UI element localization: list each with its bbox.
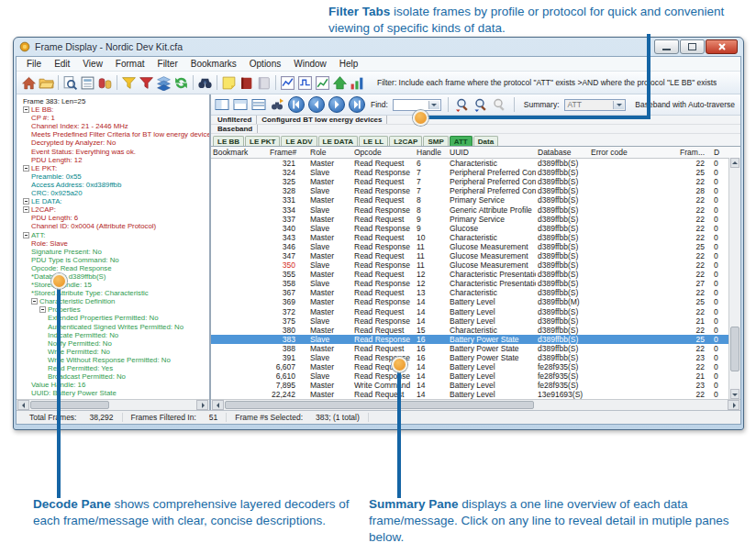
table-row-frame-388[interactable]: 388MasterRead Request16Battery Power Sta… <box>211 344 740 353</box>
filter-tab-le-pkt[interactable]: LE PKT <box>245 136 280 146</box>
menu-format[interactable]: Format <box>109 59 151 69</box>
decode-tree-item[interactable]: L2CAP: <box>19 205 209 214</box>
scrollbar-thumb[interactable] <box>730 327 739 371</box>
next-frame-button[interactable] <box>328 96 345 113</box>
column-header-uuid[interactable]: UUID <box>448 148 536 157</box>
table-row-frame-324[interactable]: 324SlaveRead Response7Peripheral Preferr… <box>211 168 740 177</box>
find-icon[interactable] <box>196 74 214 91</box>
decode-tree-item[interactable]: Indicate Permitted: No <box>19 331 209 339</box>
maximize-button[interactable] <box>680 39 705 54</box>
decode-tree-item[interactable]: *Database: d389ffbb(S) <box>19 272 209 281</box>
decode-tree-item[interactable]: Write Permitted: No <box>19 348 209 356</box>
decode-book-icon[interactable] <box>238 74 255 91</box>
menu-view[interactable]: View <box>76 59 109 69</box>
zoom-icon[interactable] <box>61 74 79 91</box>
table-row-frame-369[interactable]: 369MasterRead Response14Battery Leveld38… <box>211 297 740 306</box>
menu-file[interactable]: File <box>20 59 48 69</box>
collapse-icon[interactable] <box>23 206 29 213</box>
decode-tree-item[interactable]: Extended Properties Permitted: No <box>19 314 209 322</box>
column-header-d[interactable]: D <box>712 148 730 157</box>
table-row-frame-325[interactable]: 325MasterRead Request7Peripheral Preferr… <box>211 177 740 186</box>
decode-tree-item[interactable]: Preamble: 0x55 <box>19 172 209 181</box>
column-header-database[interactable]: Database <box>536 148 589 157</box>
decode-tree-item[interactable]: Channel Index: 21 - 2446 MHz <box>19 122 209 130</box>
column-header-fram-[interactable]: Fram... <box>642 148 712 157</box>
scroll-left-arrow[interactable] <box>17 400 29 410</box>
column-header-error-code[interactable]: Error code <box>589 148 642 157</box>
menu-bookmarks[interactable]: Bookmarks <box>184 59 243 69</box>
table-row-frame-383[interactable]: 383SlaveRead Response16Battery Power Sta… <box>211 335 740 344</box>
menu-options[interactable]: Options <box>243 59 287 69</box>
decode-tree-item[interactable]: Event Status: Everything was ok. <box>19 148 209 156</box>
subtab-baseband[interactable]: Baseband <box>213 125 258 133</box>
frame-view-icon[interactable] <box>79 74 96 91</box>
filter-tab-l2cap[interactable]: L2CAP <box>389 136 422 146</box>
find-frame-icon[interactable] <box>269 97 285 113</box>
refresh-icon[interactable] <box>172 74 190 91</box>
summary-dropdown-arrow[interactable] <box>613 101 624 109</box>
table-row-frame-380[interactable]: 380MasterRead Request15Characteristicd38… <box>211 326 740 335</box>
first-frame-button[interactable] <box>288 96 305 113</box>
decode-tree-item[interactable]: LE BB: <box>19 105 209 114</box>
table-row-frame-375[interactable]: 375SlaveRead Response14Battery Leveld389… <box>211 316 740 326</box>
table-row-frame-343[interactable]: 343MasterRead Request10Characteristicd38… <box>211 233 740 242</box>
menu-help[interactable]: Help <box>333 59 365 69</box>
table-row-frame-346[interactable]: 346SlaveRead Response11Glucose Measureme… <box>211 242 740 251</box>
subtab-unfiltered[interactable]: Unfiltered <box>213 116 257 124</box>
decode-tree-item[interactable]: Read Permitted: Yes <box>19 364 209 372</box>
table-row-frame-6607[interactable]: 6,607MasterRead Request14Battery Levelfe… <box>211 362 740 371</box>
close-button[interactable] <box>706 39 738 54</box>
decode-tree-item[interactable]: PDU Length: 12 <box>19 156 209 164</box>
menu-window[interactable]: Window <box>287 59 333 69</box>
statistics-icon[interactable] <box>331 74 349 91</box>
table-hscrollbar[interactable] <box>211 399 740 410</box>
table-row-frame-6610[interactable]: 6,610SlaveRead Response14Battery Levelfe… <box>211 371 740 381</box>
pane-layout-icon[interactable] <box>214 97 230 113</box>
column-header-frame-[interactable]: Frame# <box>268 148 308 157</box>
menu-edit[interactable]: Edit <box>48 59 76 69</box>
find-input[interactable] <box>393 99 441 111</box>
pane-list-icon[interactable] <box>250 97 267 113</box>
find-dropdown-arrow[interactable] <box>428 101 439 109</box>
pane-split-icon[interactable] <box>232 97 249 113</box>
chart-throughput-icon[interactable] <box>314 74 331 91</box>
table-row-frame-22242[interactable]: 22,242MasterRead Request14Battery Level1… <box>211 390 740 399</box>
decode-tree-item[interactable]: ATT: <box>19 231 209 239</box>
chart-signal-icon[interactable] <box>279 74 296 91</box>
scroll-right-arrow[interactable] <box>196 400 208 410</box>
table-row-frame-328[interactable]: 328SlaveRead Response7Peripheral Preferr… <box>211 186 740 195</box>
filter-red-icon[interactable] <box>138 74 155 91</box>
scroll-down-arrow[interactable] <box>730 389 739 399</box>
book-icon[interactable] <box>255 74 272 91</box>
decode-tree-item[interactable]: Channel ID: 0x0004 (Attribute Protocol) <box>19 222 209 230</box>
table-row-frame-337[interactable]: 337MasterRead Request9Primary Serviced38… <box>211 215 740 224</box>
home-icon[interactable] <box>20 74 38 91</box>
decode-tree-item[interactable]: CRC: 0x925a20 <box>19 189 209 197</box>
decode-tree-item[interactable]: Notify Permitted: No <box>19 339 209 348</box>
filter-tab-le-data[interactable]: LE DATA <box>318 136 358 146</box>
scrollbar-thumb[interactable] <box>225 401 534 409</box>
last-frame-button[interactable] <box>349 96 365 113</box>
table-row-frame-372[interactable]: 372MasterRead Request14Battery Leveld389… <box>211 307 740 316</box>
decode-tree-item[interactable]: Signature Present: No <box>19 248 209 256</box>
table-row-frame-321[interactable]: 321MasterRead Request6Characteristicd389… <box>211 159 740 168</box>
decode-tree-item[interactable]: LE DATA: <box>19 197 209 205</box>
filter-tab-att[interactable]: ATT <box>450 136 472 146</box>
collapse-icon[interactable] <box>39 306 46 313</box>
decode-tree-item[interactable]: Authenticated Signed Writes Permitted: N… <box>19 323 209 331</box>
collapse-icon[interactable] <box>23 165 29 172</box>
decode-tree-item[interactable]: Write Without Response Permitted: No <box>19 356 209 364</box>
decode-tree-item[interactable]: Value Handle: 16 <box>19 381 209 389</box>
table-row-frame-391[interactable]: 391SlaveRead Response16Battery Power Sta… <box>211 353 740 362</box>
filter-tab-le-bb[interactable]: LE BB <box>213 136 244 146</box>
protocol-stack-icon[interactable] <box>155 74 172 91</box>
table-vscrollbar[interactable] <box>728 158 740 399</box>
decode-tree-item[interactable]: Properties <box>19 305 209 314</box>
filter-tab-smp[interactable]: SMP <box>423 136 448 146</box>
decode-tree-item[interactable]: Broadcast Permitted: No <box>19 372 209 381</box>
title-bar[interactable]: Frame Display - Nordic Dev Kit.cfa <box>16 38 741 56</box>
decode-tree-item[interactable]: Characteristic Definition <box>19 297 209 305</box>
scroll-right-arrow[interactable] <box>728 400 739 410</box>
table-row-frame-340[interactable]: 340SlaveRead Response9Glucosed389ffbb(S)… <box>211 224 740 233</box>
decode-tree-item[interactable]: *Stored Attribute Type: Characteristic <box>19 289 209 297</box>
